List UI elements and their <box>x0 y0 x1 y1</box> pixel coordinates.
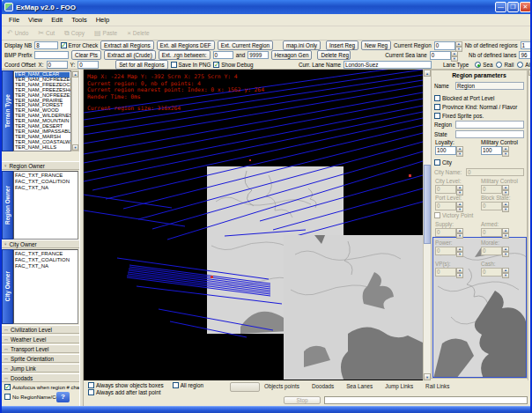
list-item[interactable]: FAC_TXT_COALITION <box>15 179 77 185</box>
collapsed-section-header[interactable]: ↔ Jump Link <box>2 364 79 372</box>
region-owner-list[interactable]: FAC_TXT_FRANCEFAC_TXT_COALITIONFAC_TXT_N… <box>13 171 78 240</box>
name-input[interactable]: Region <box>455 82 524 90</box>
loyalty-stepper[interactable]: ▲▼ <box>456 146 463 155</box>
state-input[interactable] <box>455 130 524 138</box>
expand-icon: ↔ <box>4 365 9 371</box>
current-region-stepper[interactable]: ▲▼ <box>455 41 462 50</box>
scroll-up-icon[interactable]: ▲ <box>528 70 532 76</box>
menu-item[interactable]: View <box>24 15 47 25</box>
bmp-prefix-input[interactable] <box>34 51 69 59</box>
layer-toggle-button[interactable]: Jump Links <box>385 383 413 389</box>
layer-toggle-button[interactable]: Rail Links <box>425 383 449 389</box>
always-show-objects-checkbox[interactable] <box>88 382 94 388</box>
terrain-list-scrollbar[interactable]: ▲▼ <box>71 70 79 151</box>
delete-reg-button[interactable]: Delete Reg <box>317 50 351 60</box>
scroll-down-icon[interactable]: ▼ <box>424 373 431 380</box>
scroll-down-icon[interactable]: ▼ <box>72 144 78 151</box>
terrain-type-tab[interactable]: Terrain Type <box>2 70 13 151</box>
lane-type-radio[interactable]: Air <box>517 62 532 68</box>
clear-pts-button[interactable]: Clear Pts <box>71 50 101 60</box>
always-add-checkbox[interactable] <box>88 389 94 395</box>
city-checkbox[interactable] <box>434 159 440 166</box>
insert-reg-button[interactable]: Insert Reg <box>326 41 358 50</box>
list-item[interactable]: FAC_TXT_NA <box>15 263 77 269</box>
ext-all-regions-def-button[interactable]: Ext. all Regions DEF <box>157 41 215 50</box>
toolbar-button[interactable]: × Delete <box>127 30 149 37</box>
collapsed-section-header[interactable]: ↔ Doodads <box>2 373 79 382</box>
display-nb-input[interactable]: 8 <box>34 41 57 49</box>
ext-current-region-button[interactable]: Ext. Current Region <box>218 41 273 50</box>
region-owner-header[interactable]: ♀ Region Owner <box>2 161 79 170</box>
province-kind-checkbox[interactable] <box>434 104 440 110</box>
city-owner-tab[interactable]: City Owner <box>2 249 13 324</box>
map-vertical-scrollbar[interactable]: ▲ ▼ <box>423 70 431 380</box>
toolbar-button[interactable]: ⧉ Copy <box>64 30 85 37</box>
extract-all-crude-button[interactable]: Extract all (Crude) <box>104 50 156 60</box>
layer-toggle-button[interactable]: Sea Lanes <box>346 383 373 389</box>
map-ini-only-button[interactable]: map.ini Only <box>283 41 321 50</box>
loyalty-input[interactable]: 100 <box>435 146 456 155</box>
current-sea-lane-input[interactable]: 0 <box>430 51 451 60</box>
list-item[interactable]: TER_NAM_HILLS <box>15 145 70 151</box>
menu-item[interactable]: Tools <box>67 15 92 25</box>
scrollbar-thumb[interactable] <box>424 165 431 244</box>
toolbar-button[interactable]: ▤ Paste <box>94 30 117 37</box>
toolbar-button-icon: ↶ <box>7 30 13 37</box>
toolbar-button[interactable]: ↶ Undo <box>7 30 28 37</box>
new-reg-button[interactable]: New Reg <box>361 41 391 50</box>
error-check-checkbox[interactable] <box>61 42 67 48</box>
between-to-input[interactable]: 9999 <box>248 51 268 59</box>
collapsed-section-header[interactable]: ↔ Transport Level <box>2 344 79 353</box>
list-item[interactable]: FAC_TXT_NA <box>15 185 77 191</box>
show-debug-checkbox[interactable] <box>213 62 219 68</box>
ext-rgn-between-button[interactable]: Ext. .rgn between: <box>159 50 211 60</box>
blocked-port-checkbox[interactable] <box>434 95 440 101</box>
map-canvas[interactable]: Map X: -224 Map Y: -392 Scrn X: 275 Scrn… <box>84 70 423 380</box>
curr-lane-name-input[interactable]: London-Suez <box>344 61 432 69</box>
autofocus-checkbox[interactable] <box>4 384 11 390</box>
all-region-checkbox[interactable] <box>173 382 179 388</box>
set-for-all-regions-button[interactable]: Set for all Regions <box>115 60 167 70</box>
layer-toggle-button[interactable]: Objects points <box>264 383 299 389</box>
lane-type-radio[interactable]: Rail <box>496 62 514 68</box>
save-in-png-checkbox[interactable] <box>171 62 177 68</box>
list-item[interactable]: FAC_TXT_COALITION <box>15 257 77 263</box>
help-button[interactable]: ? <box>56 392 70 402</box>
fixed-sprite-checkbox[interactable] <box>434 113 440 119</box>
list-item[interactable]: FAC_TXT_FRANCE <box>15 173 77 179</box>
coord-y-input[interactable]: 0 <box>78 61 99 69</box>
city-owner-list[interactable]: FAC_TXT_FRANCEFAC_TXT_COALITIONFAC_TXT_N… <box>13 249 78 324</box>
region-input[interactable] <box>455 121 524 129</box>
list-item[interactable]: FAC_TXT_FRANCE <box>15 251 77 257</box>
coord-x-input[interactable]: 0 <box>47 61 68 69</box>
scroll-up-icon[interactable]: ▲ <box>72 71 78 77</box>
current-region-input[interactable]: 0 <box>434 41 455 50</box>
extract-all-regions-button[interactable]: Extract all Regions <box>100 41 154 50</box>
region-owner-tab[interactable]: Region Owner <box>2 171 13 240</box>
military-control-input[interactable]: 100 <box>481 146 502 155</box>
panel-vertical-scrollbar[interactable]: ▲ ▼ <box>528 70 532 396</box>
toolbar-button[interactable]: ✂ Cut <box>38 30 55 37</box>
lane-type-radio[interactable]: Sea <box>475 62 492 68</box>
close-button[interactable]: ✕ <box>520 2 531 12</box>
collapsed-section-header[interactable]: ↔ Sprite Orientation <box>2 354 79 363</box>
terrain-type-list[interactable]: TER_NAM_CLEARTER_NAM_NOFREEZEOCEATER_NAM… <box>13 70 71 151</box>
vp-label: VP(s): <box>435 261 451 267</box>
scroll-up-icon[interactable]: ▲ <box>424 70 431 77</box>
layer-toggle-button[interactable]: Doodads <box>312 383 334 389</box>
maximize-button[interactable]: ❐ <box>507 2 519 12</box>
military-control-stepper[interactable]: ▲▼ <box>502 146 509 155</box>
minimize-button[interactable]: — <box>495 2 506 12</box>
radio-dot-icon <box>475 62 481 68</box>
menu-item[interactable]: Edit <box>47 15 67 25</box>
collapsed-section-header[interactable]: ↔ Civilization Level <box>2 325 79 334</box>
stop-button[interactable]: Stop <box>284 396 321 404</box>
city-owner-header[interactable]: ♀ City Owner <box>2 240 79 248</box>
collapsed-section-header[interactable]: ↔ Weather Level <box>2 335 79 343</box>
hexagon-gen-button[interactable]: Hexagon Gen <box>271 50 313 60</box>
menu-item[interactable]: Help <box>92 15 114 25</box>
menu-item[interactable]: File <box>4 15 24 25</box>
current-sea-lane-stepper[interactable]: ▲▼ <box>451 51 458 60</box>
between-from-input[interactable]: 0 <box>213 51 233 59</box>
no-regionname-checkbox[interactable] <box>4 394 11 400</box>
